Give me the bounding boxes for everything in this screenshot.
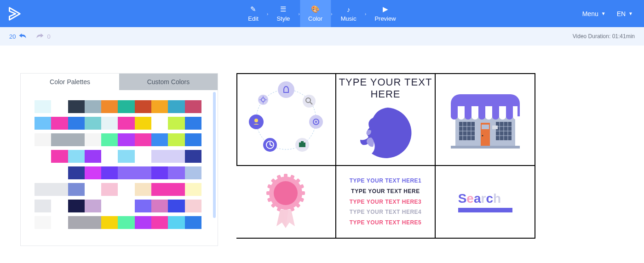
color-swatch (101, 216, 118, 229)
color-swatch (151, 133, 168, 146)
svg-rect-55 (299, 191, 305, 195)
color-swatch (51, 166, 68, 179)
color-swatch (68, 216, 85, 229)
menu-label: Menu (582, 10, 598, 17)
color-swatch (34, 117, 51, 130)
step-preview[interactable]: ▶Preview (366, 0, 404, 27)
language-dropdown[interactable]: EN ▼ (617, 10, 633, 17)
color-swatch (118, 150, 134, 163)
panel-tabs: Color Palettes Custom Colors (21, 74, 218, 90)
color-swatch (51, 183, 68, 196)
svg-rect-9 (299, 143, 305, 147)
preview-icon: ▶ (383, 5, 388, 13)
color-swatch (118, 100, 134, 113)
color-swatch (68, 183, 85, 196)
color-swatch (185, 133, 201, 146)
palette-row[interactable] (34, 117, 211, 130)
color-swatch (101, 133, 118, 146)
color-swatch (168, 200, 184, 212)
step-label: Preview (374, 15, 396, 22)
color-swatch (118, 183, 134, 196)
color-swatch (185, 117, 201, 130)
color-swatch (168, 166, 184, 179)
edit-icon: ✎ (250, 5, 256, 13)
color-swatch (34, 183, 51, 196)
svg-rect-49 (451, 146, 520, 149)
preview-cell-5: TYPE YOUR TEXT HERE1TYPE YOUR TEXT HERET… (336, 165, 436, 239)
svg-point-1 (278, 81, 294, 98)
step-edit[interactable]: ✎Edit (240, 0, 266, 27)
color-panel: Color Palettes Custom Colors (20, 73, 218, 246)
color-swatch (168, 100, 184, 113)
step-nav: ✎Edit›☰Style›🎨Color›♪Music›▶Preview (240, 0, 404, 27)
palette-row[interactable] (34, 200, 211, 212)
color-swatch (118, 200, 134, 212)
headline-text: TYPE YOUR TEXT HERE (336, 76, 435, 100)
redo-icon[interactable] (36, 33, 44, 40)
color-swatch (118, 133, 134, 146)
color-swatch (68, 133, 85, 146)
color-swatch (51, 117, 68, 130)
palette-row[interactable] (34, 150, 211, 163)
chevron-down-icon: ▼ (601, 11, 606, 16)
menu-dropdown[interactable]: Menu ▼ (582, 10, 606, 17)
preview-cell-2: TYPE YOUR TEXT HERE (336, 73, 436, 165)
top-header: ✎Edit›☰Style›🎨Color›♪Music›▶Preview Menu… (0, 0, 644, 27)
svg-point-67 (274, 181, 298, 205)
palette-row[interactable] (34, 133, 211, 146)
step-color[interactable]: 🎨Color (300, 0, 331, 27)
color-swatch (185, 216, 201, 229)
svg-rect-46 (482, 125, 489, 129)
text-lines: TYPE YOUR TEXT HERE1TYPE YOUR TEXT HERET… (350, 176, 421, 228)
color-swatch (68, 150, 85, 163)
step-music[interactable]: ♪Music (333, 0, 365, 27)
color-swatch (135, 200, 151, 212)
step-label: Music (341, 15, 356, 22)
undo-icon[interactable] (18, 33, 27, 40)
tab-color-palettes[interactable]: Color Palettes (21, 74, 119, 90)
step-label: Edit (248, 15, 258, 22)
color-swatch (68, 200, 85, 212)
palette-row[interactable] (34, 100, 211, 113)
color-icon: 🎨 (311, 5, 320, 13)
palette-row[interactable] (34, 216, 211, 229)
app-logo[interactable] (4, 4, 24, 24)
preview-cell-1 (236, 73, 336, 165)
video-duration: Video Duration: 01:41min (573, 33, 635, 40)
logo-icon (5, 5, 23, 23)
tab-custom-colors[interactable]: Custom Colors (119, 74, 218, 90)
color-swatch (34, 166, 51, 179)
sub-header: 20 0 Video Duration: 01:41min (0, 27, 644, 46)
search-word-wrap: Search (458, 191, 512, 212)
color-swatch (168, 216, 184, 229)
color-swatch (135, 100, 151, 113)
color-swatch (34, 133, 51, 146)
palette-row[interactable] (34, 166, 211, 179)
svg-rect-30 (518, 106, 520, 116)
palette-list (21, 90, 218, 246)
color-swatch (118, 166, 134, 179)
color-swatch (85, 133, 101, 146)
color-swatch (151, 200, 168, 212)
color-swatch (151, 117, 168, 130)
svg-rect-10 (301, 141, 304, 143)
step-style[interactable]: ☰Style (268, 0, 298, 27)
color-swatch (34, 200, 51, 212)
color-swatch (168, 150, 184, 163)
color-swatch (118, 216, 134, 229)
color-swatch (34, 150, 51, 163)
step-label: Color (308, 15, 322, 22)
palette-row[interactable] (34, 183, 211, 196)
text-line: TYPE YOUR TEXT HERE1 (350, 176, 421, 186)
color-swatch (185, 183, 201, 196)
color-swatch (68, 166, 85, 179)
color-swatch (85, 150, 101, 163)
chevron-down-icon: ▼ (628, 11, 633, 16)
svg-rect-27 (478, 106, 485, 116)
color-swatch (51, 216, 68, 229)
color-swatch (168, 133, 184, 146)
color-swatch (185, 100, 201, 113)
style-icon: ☰ (280, 5, 286, 13)
svg-point-2 (303, 95, 316, 108)
color-swatch (85, 117, 101, 130)
